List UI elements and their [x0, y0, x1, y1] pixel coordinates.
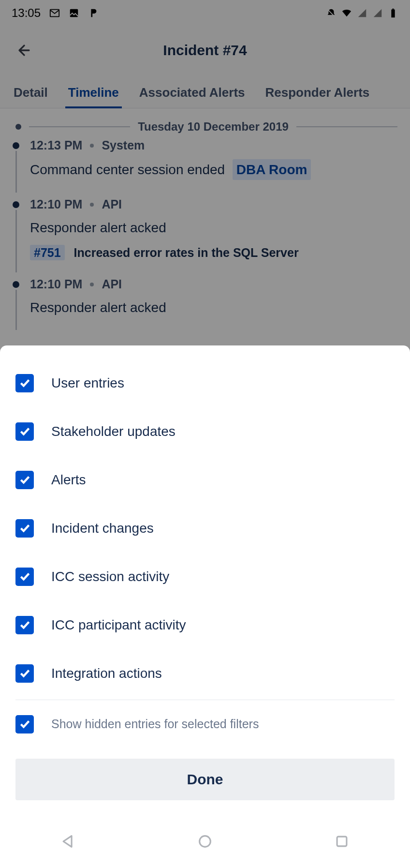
nav-recent-icon[interactable]	[333, 833, 351, 850]
checkbox-icon[interactable]	[15, 715, 34, 733]
filter-option-icc-participant-activity[interactable]: ICC participant activity	[15, 601, 395, 649]
svg-rect-5	[337, 837, 347, 846]
filter-label: Integration actions	[51, 666, 162, 681]
filter-option-icc-session-activity[interactable]: ICC session activity	[15, 553, 395, 601]
checkbox-icon[interactable]	[15, 664, 34, 683]
filter-label: Alerts	[51, 472, 86, 488]
filter-label: ICC session activity	[51, 569, 169, 584]
filter-bottom-sheet: User entries Stakeholder updates Alerts …	[0, 345, 410, 868]
filter-option-integration-actions[interactable]: Integration actions	[15, 649, 395, 698]
done-button[interactable]: Done	[15, 759, 395, 800]
checkbox-icon[interactable]	[15, 616, 34, 634]
filter-label: Stakeholder updates	[51, 424, 176, 439]
checkbox-icon[interactable]	[15, 519, 34, 538]
svg-point-4	[200, 836, 211, 847]
filter-label: User entries	[51, 375, 124, 391]
filter-option-stakeholder-updates[interactable]: Stakeholder updates	[15, 407, 395, 456]
checkbox-icon[interactable]	[15, 568, 34, 586]
android-nav-bar	[0, 815, 410, 868]
filter-option-incident-changes[interactable]: Incident changes	[15, 504, 395, 553]
filter-label: Show hidden entries for selected filters	[51, 717, 259, 731]
filter-label: Incident changes	[51, 521, 154, 536]
checkbox-icon[interactable]	[15, 471, 34, 489]
checkbox-icon[interactable]	[15, 422, 34, 441]
checkbox-icon[interactable]	[15, 374, 34, 392]
filter-option-user-entries[interactable]: User entries	[15, 359, 395, 407]
filter-label: ICC participant activity	[51, 617, 186, 633]
nav-back-icon[interactable]	[59, 833, 77, 850]
nav-home-icon[interactable]	[196, 833, 214, 850]
filter-option-show-hidden[interactable]: Show hidden entries for selected filters	[15, 700, 395, 748]
filter-option-alerts[interactable]: Alerts	[15, 456, 395, 504]
